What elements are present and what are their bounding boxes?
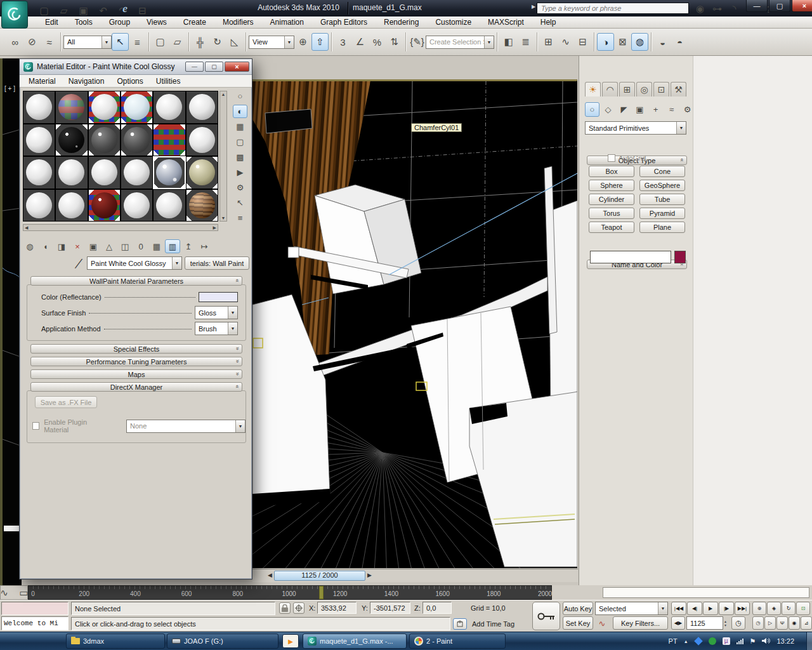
zoom-extents-icon[interactable]: ◈ <box>767 602 781 615</box>
search-input[interactable] <box>537 3 688 13</box>
menu-tools[interactable]: Tools <box>67 17 101 28</box>
tab-hierarchy-icon[interactable]: ⊞ <box>619 82 635 96</box>
snap-toggle-3d-icon[interactable]: 3 <box>334 33 351 51</box>
align-icon[interactable]: ≣ <box>517 33 534 51</box>
tab-create-icon[interactable]: ☀ <box>585 82 601 96</box>
sample-uv-tiling-icon[interactable]: ▢ <box>233 135 247 149</box>
z-coordinate-field[interactable]: 0,0 <box>422 602 452 614</box>
material-sample-slot-3[interactable] <box>89 91 120 123</box>
absolute-offset-icon[interactable] <box>293 602 304 614</box>
layer-manager-icon[interactable]: ⊞ <box>540 33 557 51</box>
time-configuration-icon[interactable]: ◷ <box>731 616 745 630</box>
minimize-button[interactable]: — <box>746 0 768 12</box>
curve-editor-icon[interactable]: ∿ <box>557 33 574 51</box>
pan-hand-icon[interactable]: Ψ <box>776 616 788 630</box>
material-sample-slot-2[interactable] <box>56 91 87 123</box>
key-mode-combo[interactable]: Selected▼ <box>595 602 668 615</box>
dropbox-icon[interactable] <box>694 637 703 646</box>
material-sample-slot-9[interactable] <box>89 124 120 156</box>
menu-rendering[interactable]: Rendering <box>376 17 427 28</box>
material-editor-titlebar[interactable]: Material Editor - Paint White Cool Gloss… <box>20 59 252 75</box>
material-sample-slot-10[interactable] <box>121 124 152 156</box>
fov-icon[interactable]: ▷ <box>764 616 776 630</box>
space-warps-icon[interactable]: ≈ <box>664 102 679 117</box>
enable-plugin-checkbox[interactable] <box>32 422 39 430</box>
surface-finish-combo[interactable]: Gloss▼ <box>195 306 238 319</box>
plugin-material-combo[interactable]: None▼ <box>126 420 246 433</box>
autogrid-checkbox[interactable] <box>608 154 615 162</box>
angle-snap-icon[interactable]: ∠ <box>351 33 369 51</box>
open-mini-curve-editor-icon[interactable]: ∿ <box>0 584 13 602</box>
time-config-icon[interactable]: ◷ <box>752 616 764 630</box>
search-icon[interactable]: ◉ <box>691 0 709 18</box>
edit-named-sets-icon[interactable]: {✎} <box>409 33 426 51</box>
wallpaint-rollout-header[interactable]: WallPaint Material Parameters « <box>30 276 242 286</box>
backlight-icon[interactable]: ◐ <box>233 105 247 118</box>
options-icon[interactable]: ⚙ <box>233 181 247 194</box>
tab-display-icon[interactable]: ⊡ <box>653 82 669 96</box>
create-sphere-button[interactable]: Sphere <box>589 180 634 191</box>
menu-animation[interactable]: Animation <box>262 17 312 28</box>
menu-modifiers[interactable]: Modifiers <box>214 17 262 28</box>
application-menu-button[interactable] <box>1 1 28 29</box>
time-back-icon[interactable]: ◀ <box>268 572 272 578</box>
material-sample-slot-18[interactable] <box>187 157 218 189</box>
render-iterative-icon[interactable]: ◓ <box>671 33 688 51</box>
menu-graph-editors[interactable]: Graph Editors <box>312 17 376 28</box>
show-desktop-button[interactable] <box>806 632 812 650</box>
clock[interactable]: 13:22 <box>776 637 794 645</box>
material-sample-slot-5[interactable] <box>154 91 185 123</box>
material-id-channel-icon[interactable]: 0 <box>133 239 148 253</box>
current-frame-marker[interactable] <box>319 586 324 599</box>
material-sample-slot-21[interactable] <box>89 190 120 222</box>
antivirus-icon[interactable] <box>709 637 716 645</box>
select-by-name-icon[interactable]: ≡ <box>129 33 146 51</box>
show-map-in-viewport-icon[interactable]: ▦ <box>149 239 164 253</box>
track-bar[interactable]: 0200400600800100012001400160018002000 <box>28 585 552 600</box>
time-slider-handle[interactable]: 1125 / 2000 <box>274 571 365 581</box>
me-minimize-button[interactable]: — <box>185 62 204 72</box>
geometry-icon[interactable]: ○ <box>585 102 599 117</box>
shapes-icon[interactable]: ◇ <box>601 102 615 117</box>
tab-modify-icon[interactable]: ◠ <box>602 82 618 96</box>
create-box-button[interactable]: Box <box>589 166 634 177</box>
create-torus-button[interactable]: Torus <box>589 208 634 219</box>
select-by-material-icon[interactable]: ↖ <box>233 196 247 209</box>
material-sample-slot-15[interactable] <box>89 157 120 189</box>
maximize-viewport-icon[interactable]: ⊿ <box>801 616 812 630</box>
x-coordinate-field[interactable]: 3533,92 <box>317 602 357 614</box>
go-forward-sibling-icon[interactable]: ↦ <box>197 239 212 253</box>
key-icon[interactable]: ⊶ <box>709 0 726 18</box>
category-combo[interactable]: Standard Primitives▼ <box>585 121 686 135</box>
zoom-region-icon[interactable]: ⊡ <box>796 602 810 615</box>
menu-customize[interactable]: Customize <box>427 17 480 28</box>
set-keys-button[interactable] <box>532 602 560 630</box>
material-sample-slot-22[interactable] <box>121 190 152 222</box>
next-frame-icon[interactable]: |▶ <box>719 602 734 615</box>
spinner-snap-icon[interactable]: ⇅ <box>386 33 403 51</box>
me-maximize-button[interactable]: ▢ <box>205 62 223 72</box>
menu-navigation[interactable]: Navigation <box>62 76 111 87</box>
percent-snap-icon[interactable]: % <box>369 33 386 51</box>
zoom-all-icon[interactable]: ↻ <box>782 602 796 615</box>
material-sample-slot-1[interactable] <box>23 91 55 123</box>
rollout-special-effects[interactable]: Special Effects« <box>30 344 242 354</box>
material-sample-slot-14[interactable] <box>56 157 87 189</box>
material-editor-icon[interactable]: ◑ <box>597 33 614 51</box>
taskbar-3dmax-button[interactable]: 3dmax <box>66 633 165 649</box>
material-editor-window[interactable]: Material Editor - Paint White Cool Gloss… <box>19 58 252 580</box>
assign-material-to-selection-icon[interactable]: ◨ <box>54 239 69 253</box>
create-teapot-button[interactable]: Teapot <box>589 222 634 233</box>
taskbar-max-button[interactable]: maquete_d1_G.max -... <box>303 633 407 649</box>
directx-rollout-header[interactable]: DirectX Manager « <box>30 382 242 392</box>
maxscript-mini-listener[interactable] <box>1 602 69 615</box>
window-crossing-icon[interactable]: ▱ <box>169 33 186 51</box>
previous-frame-icon[interactable]: ◀| <box>687 602 702 615</box>
select-object-icon[interactable]: ↖ <box>112 33 129 51</box>
infocenter-search[interactable] <box>537 3 689 14</box>
keyboard-override-icon[interactable]: ⇧ <box>311 33 329 51</box>
menu-material[interactable]: Material <box>22 76 62 87</box>
frame-spinner[interactable]: ▲▼ <box>724 616 730 630</box>
tab-utilities-icon[interactable]: ⚒ <box>671 82 686 96</box>
application-method-combo[interactable]: Brush▼ <box>195 322 238 335</box>
